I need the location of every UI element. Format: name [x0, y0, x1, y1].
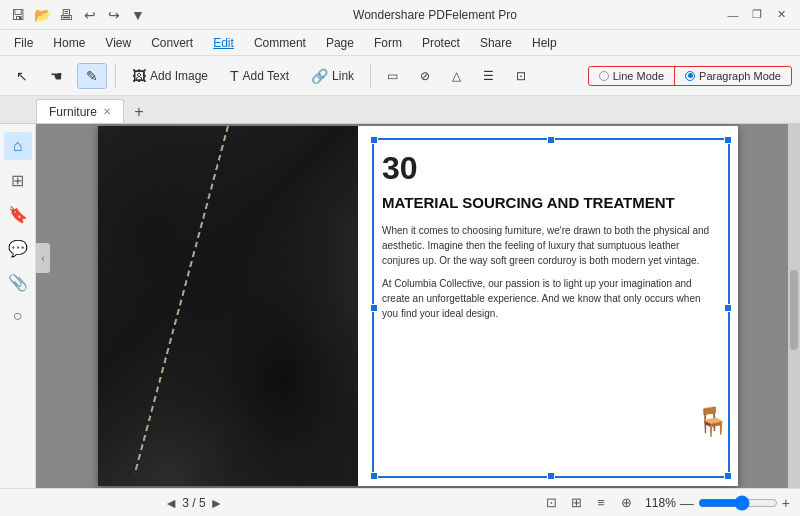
handle-bm: [547, 472, 555, 480]
line-mode-label: Line Mode: [613, 70, 664, 82]
page-info: 3 / 5: [182, 496, 205, 510]
document-area: 30 MATERIAL SOURCING AND TREATMENT When …: [36, 124, 800, 488]
line-mode-button[interactable]: Line Mode: [589, 67, 674, 85]
menu-file[interactable]: File: [4, 34, 43, 52]
undo-icon[interactable]: ↩: [80, 7, 100, 23]
paragraph-mode-radio-inner: [688, 73, 693, 78]
next-page-button[interactable]: ►: [210, 495, 224, 511]
open-icon[interactable]: 📂: [32, 7, 52, 23]
add-text-button[interactable]: T Add Text: [222, 64, 297, 88]
page-body-1: When it comes to choosing furniture, we'…: [382, 223, 718, 268]
hand-tool-button[interactable]: ☚: [42, 64, 71, 88]
statusbar: ◄ 3 / 5 ► ⊡ ⊞ ≡ ⊕ 118% — +: [0, 488, 800, 516]
titlebar-left-icons: 🖫 📂 🖶 ↩ ↪ ▼: [8, 7, 148, 23]
status-right: ⊡ ⊞ ≡ ⊕ 118% — +: [540, 492, 790, 514]
zoom-control: 118% — +: [645, 495, 790, 511]
new-tab-button[interactable]: +: [128, 101, 150, 123]
page-image-left: [98, 126, 358, 486]
main-area: ⌂ ⊞ 🔖 💬 📎 ○ ‹: [0, 124, 800, 488]
zoom-level: 118%: [645, 496, 676, 510]
menu-help[interactable]: Help: [522, 34, 567, 52]
menu-share[interactable]: Share: [470, 34, 522, 52]
embed-tool-button[interactable]: ⊡: [508, 65, 534, 87]
sep2: [370, 64, 371, 88]
handle-tr: [724, 136, 732, 144]
link-button[interactable]: 🔗 Link: [303, 64, 362, 88]
close-button[interactable]: ✕: [770, 4, 792, 26]
sidebar-icon-home[interactable]: ⌂: [4, 132, 32, 160]
link-label: Link: [332, 69, 354, 83]
line-mode-radio: [599, 71, 609, 81]
view-icons: ⊡ ⊞ ≡ ⊕: [540, 492, 637, 514]
tabs-bar: Furniture ✕ +: [0, 96, 800, 124]
page-navigation: ◄ 3 / 5 ►: [164, 495, 223, 511]
tab-furniture-label: Furniture: [49, 105, 97, 119]
minimize-button[interactable]: —: [722, 4, 744, 26]
page-heading: MATERIAL SOURCING AND TREATMENT: [382, 193, 718, 213]
rect-icon: ▭: [387, 69, 398, 83]
tab-close-button[interactable]: ✕: [103, 106, 111, 117]
app-title: Wondershare PDFelement Pro: [148, 8, 722, 22]
toolbar: ↖ ☚ ✎ 🖼 Add Image T Add Text 🔗 Link ▭ ⊘ …: [0, 56, 800, 96]
page-text-right: 30 MATERIAL SOURCING AND TREATMENT When …: [358, 126, 738, 486]
handle-mr: [724, 304, 732, 312]
paragraph-mode-button[interactable]: Paragraph Mode: [675, 67, 791, 85]
embed-icon: ⊡: [516, 69, 526, 83]
dropdown-icon[interactable]: ▼: [128, 7, 148, 23]
handle-ml: [370, 304, 378, 312]
view-fit-button[interactable]: ⊕: [615, 492, 637, 514]
paragraph-mode-label: Paragraph Mode: [699, 70, 781, 82]
menu-convert[interactable]: Convert: [141, 34, 203, 52]
cursor-icon: 🪑: [695, 405, 730, 438]
menu-view[interactable]: View: [95, 34, 141, 52]
page-body-2: At Columbia Collective, our passion is t…: [382, 276, 718, 321]
restore-button[interactable]: ❐: [746, 4, 768, 26]
view-double-button[interactable]: ⊞: [565, 492, 587, 514]
sep1: [115, 64, 116, 88]
sidebar-icon-comments[interactable]: 💬: [4, 234, 32, 262]
leather-overlay: [98, 126, 358, 486]
page-number-display: 30: [382, 150, 718, 187]
menu-page[interactable]: Page: [316, 34, 364, 52]
zoom-slider[interactable]: [698, 495, 778, 511]
shape-icon: △: [452, 69, 461, 83]
sidebar-icon-search[interactable]: ○: [4, 302, 32, 330]
view-scroll-button[interactable]: ≡: [590, 492, 612, 514]
pdf-page: 30 MATERIAL SOURCING AND TREATMENT When …: [98, 126, 738, 486]
add-image-button[interactable]: 🖼 Add Image: [124, 64, 216, 88]
menu-protect[interactable]: Protect: [412, 34, 470, 52]
menu-comment[interactable]: Comment: [244, 34, 316, 52]
leather-texture: [98, 126, 358, 486]
save-icon[interactable]: 🖫: [8, 7, 28, 23]
edit-mode-box: Line Mode Paragraph Mode: [588, 66, 792, 86]
svg-rect-0: [98, 126, 358, 486]
sidebar-collapse-button[interactable]: ‹: [36, 243, 50, 273]
menu-edit[interactable]: Edit: [203, 34, 244, 52]
crop-tool-button[interactable]: ⊘: [412, 65, 438, 87]
scrollbar-right[interactable]: [788, 124, 800, 488]
select-tool-button[interactable]: ↖: [8, 64, 36, 88]
shape-tool-button[interactable]: △: [444, 65, 469, 87]
hand-icon: ☚: [50, 68, 63, 84]
zoom-in-button[interactable]: +: [782, 495, 790, 511]
prev-page-button[interactable]: ◄: [164, 495, 178, 511]
table-tool-button[interactable]: ☰: [475, 65, 502, 87]
scrollbar-thumb[interactable]: [790, 270, 798, 350]
zoom-out-button[interactable]: —: [680, 495, 694, 511]
edit-mode-button[interactable]: ✎: [77, 63, 107, 89]
add-image-label: Add Image: [150, 69, 208, 83]
pencil-icon: ✎: [86, 68, 98, 84]
menu-form[interactable]: Form: [364, 34, 412, 52]
tab-furniture[interactable]: Furniture ✕: [36, 99, 124, 123]
redo-icon[interactable]: ↪: [104, 7, 124, 23]
sidebar-icon-attachments[interactable]: 📎: [4, 268, 32, 296]
print-icon[interactable]: 🖶: [56, 7, 76, 23]
image-icon: 🖼: [132, 68, 146, 84]
view-single-button[interactable]: ⊡: [540, 492, 562, 514]
table-icon: ☰: [483, 69, 494, 83]
sidebar-icon-bookmarks[interactable]: 🔖: [4, 200, 32, 228]
sidebar-icon-pages[interactable]: ⊞: [4, 166, 32, 194]
rect-tool-button[interactable]: ▭: [379, 65, 406, 87]
menubar: File Home View Convert Edit Comment Page…: [0, 30, 800, 56]
menu-home[interactable]: Home: [43, 34, 95, 52]
